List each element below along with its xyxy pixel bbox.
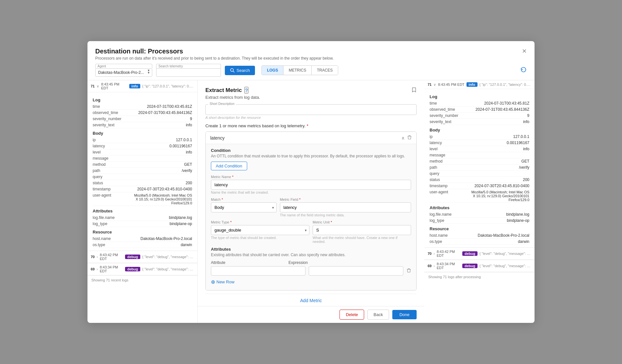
left-log-time-71: 8:43:45 PM EDT (101, 82, 127, 90)
toolbar: Agent Dakotas-MacBook-Pro-2... ▾ Search … (87, 61, 535, 80)
table-row: query (430, 171, 529, 177)
right-log-time-70: 8:43:42 PM EDT (437, 250, 460, 257)
add-condition-button[interactable]: Add Condition (211, 162, 247, 170)
tab-logs[interactable]: LOGS (262, 66, 283, 75)
right-log-badge-71: info (466, 82, 478, 87)
expression-input[interactable] (309, 266, 403, 276)
left-log-time-70: 8:43:42 PM EDT (100, 253, 123, 261)
left-log-badge-69: debug (125, 267, 140, 271)
metric-field-input[interactable] (280, 202, 411, 212)
metric-name-input[interactable] (211, 180, 411, 190)
metric-unit-input[interactable] (313, 225, 411, 235)
table-row: levelinfo (93, 149, 192, 155)
metric-name-hint: Name the metric that will be created. (211, 190, 411, 194)
match-group: Match * Body Attributes Resource (211, 198, 277, 212)
metric-type-label: Metric Type * (211, 220, 309, 224)
search-button[interactable]: Search (225, 66, 255, 75)
metric-type-select[interactable]: gauge_double gauge_int counter_double co… (211, 225, 309, 235)
right-log-expand-69[interactable]: › (433, 264, 435, 268)
table-row: message (93, 155, 192, 162)
table-row: status200 (430, 177, 529, 183)
expression-col-header: Expression (289, 260, 400, 265)
attr-delete-button[interactable] (407, 268, 411, 274)
right-log-entry-70-header: 70 › 8:43:42 PM EDT debug { "level": "de… (424, 247, 535, 260)
extract-metric-subtitle: Extract metrics from log data. (205, 95, 417, 100)
table-row: ip127.0.0.1 (430, 134, 529, 140)
left-log-expand-70[interactable]: › (97, 255, 98, 259)
modal-header: Destination null: Processors Processors … (87, 41, 535, 61)
modal-title: Destination null: Processors (95, 48, 334, 55)
left-log-expand-71[interactable]: ∨ (97, 84, 99, 88)
right-log-footer: Showing 71 logs after processing (424, 272, 535, 281)
metric-name-group: Metric Name * Name the metric that will … (211, 175, 411, 194)
right-log-section-log: Log (430, 94, 529, 99)
right-log-entry-71-header: 71 ∨ 8:43:45 PM EDT info { "ip": "127.0.… (424, 80, 535, 89)
search-icon (230, 68, 235, 73)
table-row: severity_number9 (93, 116, 192, 122)
attributes-section-title: Attributes (211, 247, 411, 252)
right-log-raw-70: { "level": "debug", "message": "disconne… (479, 252, 531, 256)
metric-collapse-button[interactable]: ∧ (401, 135, 405, 141)
svg-rect-4 (407, 269, 411, 269)
left-log-footer: Showing 71 recent logs (87, 275, 197, 285)
short-description-hint: A short description for the resource (205, 116, 417, 119)
tab-traces[interactable]: TRACES (312, 66, 338, 75)
table-row: severity_number9 (430, 113, 529, 119)
agent-select[interactable]: Dakotas-MacBook-Pro-2... (95, 68, 152, 77)
right-log-detail: Log time2024-07-31T00:43:45.81Z observed… (424, 89, 535, 247)
right-log-entry-69-header: 69 › 8:43:34 PM EDT debug { "level": "de… (424, 260, 535, 272)
table-row: log_typebindplane-op (430, 218, 529, 224)
table-row: observed_time2024-07-31T00:43:45.844136Z (93, 110, 192, 116)
metric-delete-icon-button[interactable] (407, 135, 412, 141)
left-log-section-log: Log (93, 97, 192, 102)
right-log-count-70: 70 (428, 252, 432, 256)
metric-type-hint: The type of metric that should be create… (211, 236, 309, 240)
help-button[interactable]: ? (244, 87, 248, 94)
left-log-time-69: 8:43:34 PM EDT (100, 265, 123, 273)
attr-row (211, 266, 411, 276)
short-description-input[interactable] (209, 108, 413, 113)
metric-name-label: Metric Name * (211, 175, 411, 179)
table-row: severity_textinfo (93, 122, 192, 128)
attribute-col-header: Attribute (211, 260, 285, 265)
done-button[interactable]: Done (392, 310, 417, 319)
table-row: status200 (93, 180, 192, 186)
attr-table-header: Attribute Expression (211, 260, 411, 265)
back-button[interactable]: Back (367, 310, 389, 320)
right-log-panel: 71 ∨ 8:43:45 PM EDT info { "ip": "127.0.… (424, 80, 535, 323)
metric-field-label: Metric Field * (280, 198, 411, 201)
match-select[interactable]: Body Attributes Resource (211, 202, 277, 212)
short-description-label: Short Description (208, 102, 236, 106)
refresh-button[interactable] (520, 66, 527, 74)
right-log-expand-70[interactable]: › (433, 252, 435, 256)
left-log-expand-69[interactable]: › (97, 267, 98, 271)
right-log-expand-71[interactable]: ∨ (433, 83, 436, 87)
table-row: user-agentMozilla/5.0 (Macintosh; Intel … (430, 189, 529, 203)
metric-type-group: Metric Type * gauge_double gauge_int cou… (211, 220, 309, 240)
bookmark-button[interactable] (411, 87, 417, 94)
attribute-input[interactable] (211, 266, 305, 276)
search-input[interactable] (156, 68, 221, 77)
svg-line-1 (233, 71, 235, 73)
svg-rect-3 (409, 135, 410, 136)
tab-metrics[interactable]: METRICS (283, 66, 312, 75)
close-button[interactable]: ✕ (522, 48, 527, 54)
right-log-raw-71: { "ip": "127.0.0.1", "latency": 0.001196… (479, 83, 531, 86)
right-log-badge-69: debug (462, 264, 478, 268)
svg-rect-5 (408, 268, 410, 269)
modal-subtitle: Processors are run on data after it's re… (95, 56, 334, 61)
left-log-entry-70-header: 70 › 8:43:42 PM EDT debug { "level": "de… (87, 251, 197, 263)
svg-rect-2 (408, 136, 411, 136)
right-log-section-attributes: Attributes (430, 205, 529, 210)
new-row-button[interactable]: ⊕ New Row (211, 278, 235, 286)
metric-unit-group: Metric Unit * What unit the metric shoul… (313, 220, 411, 244)
left-log-detail: Log time2024-07-31T00:43:45.81Z observed… (87, 92, 197, 251)
center-panel: Extract Metric ? Extract metrics from lo… (198, 80, 424, 306)
delete-button[interactable]: Delete (340, 310, 364, 320)
left-log-entry-71-header: 71 ∨ 8:43:45 PM EDT info { "ip": "127.0.… (87, 80, 197, 92)
left-log-raw-69: { "level": "debug", "message": "cleaning… (142, 267, 194, 271)
modal: Destination null: Processors Processors … (87, 41, 535, 323)
table-row: host.nameDakotas-MacBook-Pro-2.local (93, 236, 192, 242)
add-metric-button[interactable]: Add Metric (300, 298, 322, 303)
table-row: latency0.001196167 (430, 140, 529, 146)
